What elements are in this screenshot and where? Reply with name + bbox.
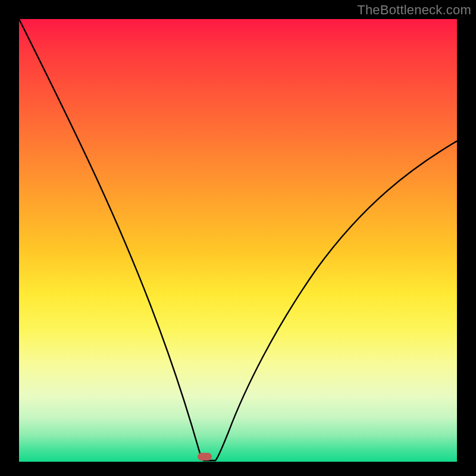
optimum-marker xyxy=(198,453,212,461)
bottleneck-curve-path xyxy=(19,19,457,461)
curve-svg xyxy=(19,19,457,462)
plot-area xyxy=(19,19,457,462)
chart-frame: TheBottleneck.com xyxy=(0,0,476,476)
watermark-text: TheBottleneck.com xyxy=(357,2,471,18)
